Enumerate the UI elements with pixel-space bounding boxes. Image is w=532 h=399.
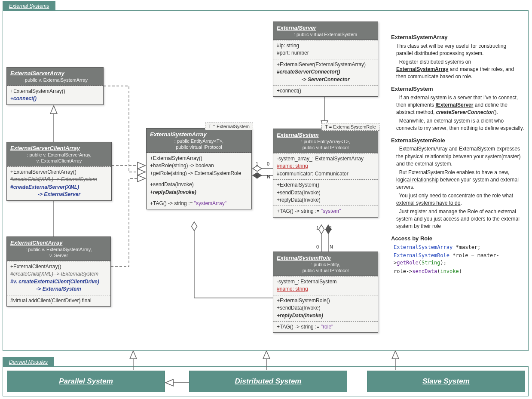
member: +replyData(Invoke): [277, 312, 374, 319]
class-external-server-client-array: ExternalServerClientArray : public v. Ex…: [6, 142, 112, 201]
tag-value: "role": [321, 324, 333, 330]
mult-1c: 1: [316, 225, 319, 230]
member: +ExternalServerClientArray(): [10, 169, 108, 176]
member: +getRole(string) -> ExternalSystemRole: [150, 170, 248, 177]
tag-label: +TAG() -> string :=: [150, 200, 194, 206]
doc-heading: Access by Role: [391, 235, 524, 243]
class-sub: : public EntityArray<T>,: [277, 139, 374, 144]
doc-text: ExternalSystemArray and ExternalSystem e…: [396, 145, 524, 168]
class-title: ExternalSystem: [277, 132, 374, 138]
class-title: ExternalServerArray: [10, 70, 100, 77]
member: #v. createExternalClient(ClientDrive): [10, 278, 107, 285]
type-param: T = ExternalSystem: [205, 123, 253, 130]
member-connect: +connect(): [10, 95, 100, 102]
class-title: ExternalSystemRole: [277, 255, 374, 261]
member: +replyData(Invoke): [277, 196, 374, 204]
member: #createChild(XML) -> ExternalSystem: [10, 176, 108, 183]
class-sub: : public EntityArray<T>,: [150, 138, 248, 144]
member: +ExternalSytemArray(): [150, 155, 248, 162]
class-title: ExternalClientArray: [10, 239, 107, 246]
doc-heading: ExternalSystem: [391, 85, 524, 93]
class-title: ExternalSystemArray: [150, 131, 248, 138]
class-sub: public virtual IProtocol: [150, 144, 248, 150]
type-param: T = ExternalSystemRole: [321, 123, 379, 131]
module-distributed: Distributed System: [189, 371, 347, 392]
doc-text: Register distributed systems on External…: [396, 58, 524, 81]
tag-value: "systemArray": [194, 200, 226, 206]
mult-nb: N: [330, 244, 333, 249]
member: +ExternalSystemArray(): [10, 88, 100, 95]
doc-text: You just only need to concentrate on the…: [396, 192, 524, 207]
attr-name: #name: string: [277, 285, 374, 293]
module-slave: Slave System: [367, 371, 525, 392]
mult-1d: 1: [330, 225, 332, 230]
class-sub: public virtual IProtocol: [277, 268, 374, 273]
attr: #ip: string: [277, 42, 374, 49]
doc-text: Meanwhile, an external system is a clien…: [396, 117, 524, 132]
member: #createChild(XML) -> IExternalSystem: [10, 270, 107, 278]
member-return: -> ExternalSystem: [10, 285, 107, 293]
class-external-client-array: ExternalClientArray : public v. External…: [6, 236, 111, 307]
member: +ExternalSystemRole(): [277, 297, 374, 304]
member: +replyData(Invoke): [150, 189, 248, 196]
class-title: ExternalServerClientArray: [10, 145, 108, 151]
doc-text: If an external system is a server that I…: [396, 94, 524, 117]
member: +sendData(Invoke): [150, 181, 248, 188]
attr: #communicator: Communicator: [277, 170, 374, 178]
member-return: -> ExternalServer: [10, 191, 108, 198]
mult-na: N: [267, 174, 270, 179]
class-sub: : public v. ExternalSystemArray,: [10, 247, 107, 252]
doc-text: But ExternalSystemRole enables to have a…: [396, 169, 524, 191]
class-sub: : public v. ExternalSystemArray: [10, 77, 100, 83]
doc-heading: ExternalSystemArray: [391, 34, 524, 42]
mult-1b: 1: [256, 174, 258, 179]
member: +sendData(Invoke): [277, 189, 374, 196]
class-external-system-array: T = ExternalSystem ExternalSystemArray :…: [146, 128, 252, 209]
attr: -system_array_: ExternalSystemArray: [277, 155, 374, 163]
attr: #port: number: [277, 49, 374, 57]
doc-text: This class set will be very useful for c…: [396, 43, 524, 58]
doc-text: Just register and manage the Role of eac…: [396, 208, 524, 230]
class-sub: v. ExternalClientArray: [10, 158, 108, 163]
class-sub: v. Server: [10, 253, 107, 258]
class-external-system-role: ExternalSystemRole : public Entity, publ…: [273, 252, 378, 333]
tag-label: +TAG() -> string :=: [277, 324, 321, 330]
code-line: ExternalSystemArray *master;: [394, 244, 524, 251]
member: +connect(): [277, 87, 374, 95]
member: +hasRole(string) -> boolean: [150, 162, 248, 169]
mult-0b: 0: [316, 244, 319, 249]
code-line: ExternalSystemRole *role = master->getRo…: [394, 252, 524, 267]
class-external-server: ExternalServer : public virtual External…: [273, 21, 378, 97]
attr: -system_: ExternalSystem: [277, 278, 374, 285]
mult-1a: 1: [256, 161, 258, 166]
member: +sendData(Invoke): [277, 304, 374, 312]
doc-heading: ExternalSystemRole: [391, 137, 524, 145]
attr-name: #name: string: [277, 163, 374, 170]
class-external-server-array: ExternalServerArray : public v. External…: [6, 67, 104, 105]
package-label-external: External Systems: [3, 1, 55, 11]
member: #virtual addClient(ClientDriver) final: [10, 297, 107, 304]
diagram-canvas: External Systems Derived Modules: [0, 0, 532, 399]
class-sub: : public virtual ExternalSystem: [277, 32, 374, 37]
class-sub: public virtual IProtocol: [277, 145, 374, 150]
class-external-system: T = ExternalSystemRole ExternalSystem : …: [273, 129, 378, 218]
mult-0a: 0: [267, 161, 269, 166]
tag-value: "system": [321, 208, 341, 214]
member: +ExternalClientArray(): [10, 263, 107, 270]
module-parallel: Parallel System: [7, 371, 165, 392]
member-return: -> ServerConnector: [277, 76, 374, 83]
member: +ExternalServer(ExternalSystemArray): [277, 61, 374, 68]
member: +ExternalSystem(): [277, 181, 374, 189]
code-line: role->sendData(invoke): [394, 268, 524, 275]
class-sub: : public v. ExternalServerArray,: [10, 152, 108, 157]
member: #createExternalServer(XML): [10, 184, 108, 191]
class-sub: : public Entity,: [277, 262, 374, 267]
class-title: ExternalServer: [277, 25, 374, 31]
member: #createServerConnector(): [277, 68, 374, 76]
doc-panel: ExternalSystemArray This class set will …: [391, 29, 524, 276]
package-label-derived: Derived Modules: [3, 357, 54, 367]
tag-label: +TAG() -> string :=: [277, 208, 321, 214]
